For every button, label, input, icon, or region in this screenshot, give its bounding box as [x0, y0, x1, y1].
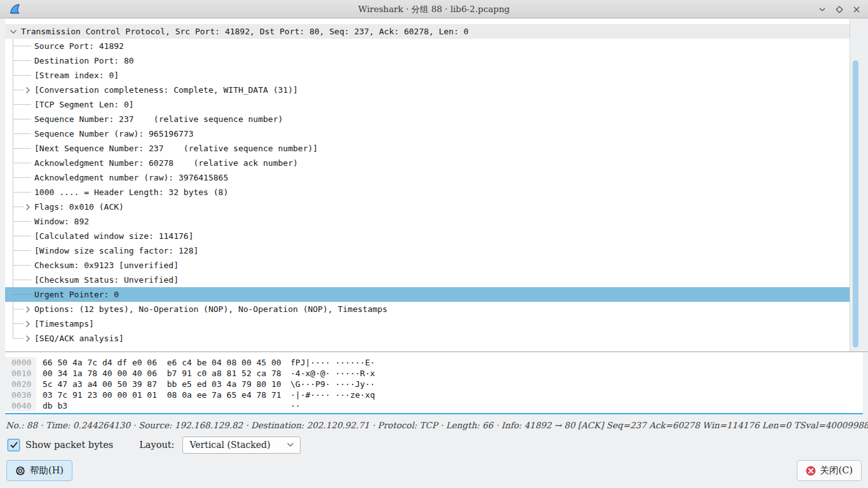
ascii-bytes: fPJ|···· ······E· — [290, 358, 375, 367]
close-red-icon — [806, 466, 816, 476]
tree-row[interactable]: Window: 892 — [5, 214, 850, 229]
tree-row-text: Options: (12 bytes), No-Operation (NOP),… — [34, 304, 388, 314]
tree-row-text: Acknowledgment Number: 60278 (relative a… — [34, 158, 298, 168]
byte-offset: 0030 — [5, 390, 36, 400]
hex-bytes: 03 7c 91 23 00 00 01 01 08 0a ee 7a 65 e… — [43, 390, 290, 400]
tree-row-text: Flags: 0x010 (ACK) — [34, 202, 124, 212]
tree-row-text: Checksum: 0x9123 [unverified] — [34, 261, 179, 270]
hex-bytes: 5c 47 a3 a4 00 50 39 87 bb e5 ed 03 4a 7… — [43, 379, 290, 390]
window-controls — [818, 0, 860, 18]
tree-row-text: [Checksum Status: Unverified] — [34, 275, 179, 285]
tree-row-text: Sequence Number: 237 (relative sequence … — [34, 114, 283, 124]
tree-row-text: Urgent Pointer: 0 — [34, 290, 119, 299]
ascii-bytes: ·4·x@·@· ·····R·x — [290, 369, 375, 378]
byte-offset: 0020 — [5, 379, 36, 390]
tree-row[interactable]: [Next Sequence Number: 237 (relative seq… — [5, 141, 850, 156]
hex-row[interactable]: 003003 7c 91 23 00 00 01 01 08 0a ee 7a … — [5, 390, 863, 400]
layout-select-value: Vertical (Stacked) — [189, 440, 270, 450]
close-window-icon[interactable] — [852, 5, 860, 13]
tree-row-text: [Window size scaling factor: 128] — [34, 246, 198, 255]
tree-row[interactable]: Acknowledgment number (raw): 3976415865 — [5, 170, 850, 185]
layout-label: Layout: — [139, 440, 174, 450]
close-button[interactable]: 关闭(C) — [797, 460, 862, 481]
help-button[interactable]: 帮助(H) — [6, 460, 72, 481]
show-packet-bytes-label: Show packet bytes — [25, 440, 113, 450]
hex-row[interactable]: 001000 34 1a 78 40 00 40 06 b7 91 c0 a8 … — [5, 368, 863, 379]
packet-bytes-pane: 000066 50 4a 7c d4 df e0 06 e6 c4 be 04 … — [5, 353, 863, 414]
tree-row-text: Acknowledgment number (raw): 3976415865 — [34, 173, 228, 182]
hex-bytes: 66 50 4a 7c d4 df e0 06 e6 c4 be 04 08 0… — [43, 357, 290, 368]
maximize-icon[interactable] — [835, 5, 843, 13]
expand-icon[interactable] — [24, 305, 32, 313]
chevron-down-icon — [287, 442, 294, 447]
tree-row[interactable]: [SEQ/ACK analysis] — [5, 331, 850, 346]
expand-icon[interactable] — [24, 86, 32, 94]
tree-row[interactable]: Sequence Number (raw): 965196773 — [5, 126, 850, 141]
packet-summary-line: No.: 88 · Time: 0.244264130 · Source: 19… — [6, 420, 863, 430]
byte-offset: 0010 — [5, 368, 36, 379]
tree-row[interactable]: [TCP Segment Len: 0] — [5, 97, 850, 112]
tree-row-text: [Stream index: 0] — [34, 71, 119, 80]
scrollbar-thumb[interactable] — [853, 60, 858, 348]
tree-row[interactable]: [Window size scaling factor: 128] — [5, 243, 850, 258]
help-button-label: 帮助(H) — [30, 464, 64, 477]
tree-row[interactable]: Checksum: 0x9123 [unverified] — [5, 258, 850, 273]
tree-row-text: Window: 892 — [34, 217, 89, 226]
checkbox-box[interactable] — [8, 439, 20, 451]
tree-row-text: Source Port: 41892 — [34, 41, 124, 51]
tree-row[interactable]: Sequence Number: 237 (relative sequence … — [5, 112, 850, 126]
ascii-bytes: ·|·#···· ···ze·xq — [290, 390, 375, 400]
collapse-icon[interactable] — [9, 27, 17, 36]
byte-offset: 0040 — [5, 400, 36, 411]
show-packet-bytes-checkbox[interactable]: Show packet bytes — [8, 439, 113, 451]
tree-row[interactable]: 1000 .... = Header Length: 32 bytes (8) — [5, 185, 850, 200]
tree-row[interactable]: [Checksum Status: Unverified] — [5, 273, 850, 287]
tree-row[interactable]: Flags: 0x010 (ACK) — [5, 200, 850, 214]
tree-row-text: [Next Sequence Number: 237 (relative seq… — [34, 144, 318, 153]
tree-row-text: [Conversation completeness: Complete, WI… — [34, 85, 298, 95]
expand-icon[interactable] — [24, 334, 32, 342]
dialog-button-row: 帮助(H) 关闭(C) — [6, 460, 862, 481]
hex-row[interactable]: 00205c 47 a3 a4 00 50 39 87 bb e5 ed 03 … — [5, 379, 863, 390]
expand-icon[interactable] — [24, 320, 32, 328]
vertical-scrollbar[interactable] — [850, 19, 868, 351]
hex-bytes: db b3 — [43, 400, 290, 411]
close-button-label: 关闭(C) — [820, 464, 853, 477]
tree-row[interactable]: [Stream index: 0] — [5, 68, 850, 83]
packet-detail-tree: Transmission Control Protocol, Src Port:… — [5, 19, 868, 352]
help-lifebuoy-icon — [15, 466, 25, 476]
tree-row[interactable]: Source Port: 41892 — [5, 39, 850, 53]
controls-row: Show packet bytes Layout: Vertical (Stac… — [8, 436, 301, 454]
window-title: Wireshark · 分组 88 · lib6-2.pcapng — [0, 0, 868, 18]
layout-select[interactable]: Vertical (Stacked) — [182, 437, 301, 454]
tree-row[interactable]: [Conversation completeness: Complete, WI… — [5, 83, 850, 97]
tree-row-text: Sequence Number (raw): 965196773 — [34, 129, 193, 139]
tree-row-text: [Calculated window size: 114176] — [34, 231, 193, 241]
tree-row-text: Transmission Control Protocol, Src Port:… — [21, 27, 468, 36]
tree-row[interactable]: Acknowledgment Number: 60278 (relative a… — [5, 156, 850, 170]
tree-row[interactable]: [Calculated window size: 114176] — [5, 229, 850, 243]
hex-bytes: 00 34 1a 78 40 00 40 06 b7 91 c0 a8 81 5… — [43, 368, 290, 379]
ascii-bytes: \G···P9· ····Jy·· — [290, 379, 375, 389]
byte-offset: 0000 — [5, 357, 36, 368]
tree-row[interactable]: Destination Port: 80 — [5, 53, 850, 68]
tree-row[interactable]: Transmission Control Protocol, Src Port:… — [5, 24, 850, 39]
hex-row[interactable]: 0040db b3·· — [5, 400, 863, 411]
tree-row-text: [Timestamps] — [34, 319, 94, 329]
ascii-bytes: ·· — [290, 401, 301, 410]
tree-row-text: [SEQ/ACK analysis] — [34, 334, 124, 343]
tree-row[interactable]: Options: (12 bytes), No-Operation (NOP),… — [5, 302, 850, 316]
minimize-icon[interactable] — [818, 5, 826, 13]
tree-row-text: Destination Port: 80 — [34, 56, 134, 65]
titlebar: Wireshark · 分组 88 · lib6-2.pcapng — [0, 0, 868, 18]
tree-row-text: 1000 .... = Header Length: 32 bytes (8) — [34, 187, 228, 197]
tree-row[interactable]: Urgent Pointer: 0 — [5, 287, 850, 302]
hex-row[interactable]: 000066 50 4a 7c d4 df e0 06 e6 c4 be 04 … — [5, 357, 863, 368]
expand-icon[interactable] — [24, 203, 32, 211]
tree-row[interactable]: [Timestamps] — [5, 316, 850, 331]
tree-row-text: [TCP Segment Len: 0] — [34, 100, 134, 109]
